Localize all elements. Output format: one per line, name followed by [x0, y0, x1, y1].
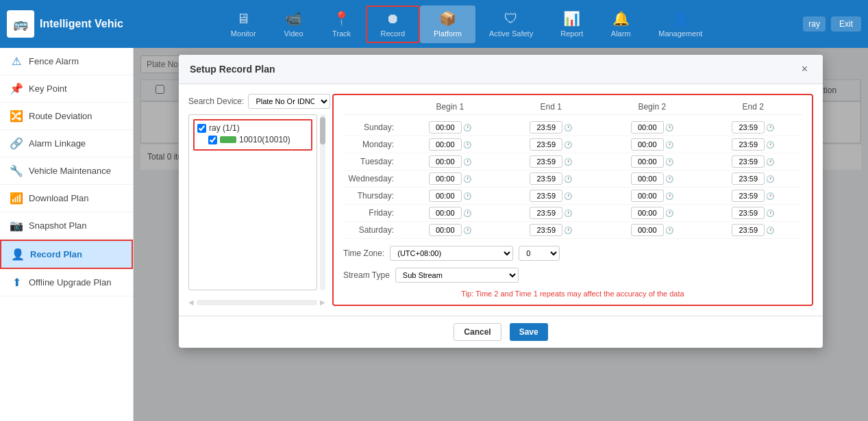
schedule-row-0: Sunday: 🕐 🕐 🕐 🕐 — [343, 119, 802, 136]
begin1-input-4[interactable] — [429, 190, 462, 202]
nav-management[interactable]: 👤 Management — [645, 5, 716, 43]
begin1-clock-icon-0[interactable]: 🕐 — [463, 124, 471, 131]
end2-clock-icon-5[interactable]: 🕐 — [766, 209, 774, 217]
nav-alarm[interactable]: 🔔 Alarm — [597, 5, 645, 43]
end2-clock-icon-6[interactable]: 🕐 — [766, 227, 774, 234]
begin1-clock-icon-6[interactable]: 🕐 — [463, 227, 471, 234]
sidebar-item-alarm-linkage[interactable]: 🔗 Alarm Linkage — [0, 130, 133, 157]
nav-record-label: Record — [381, 29, 405, 38]
begin2-group-1: 🕐 — [603, 138, 702, 151]
scroll-right-icon[interactable]: ▶ — [320, 298, 325, 306]
begin2-input-2[interactable] — [631, 155, 664, 168]
begin1-clock-icon-4[interactable]: 🕐 — [463, 192, 471, 200]
day-label-4: Thursday: — [343, 191, 398, 201]
begin2-clock-icon-4[interactable]: 🕐 — [665, 192, 673, 200]
begin2-input-1[interactable] — [631, 138, 664, 151]
tree-item-checkbox[interactable] — [208, 136, 217, 144]
end1-input-5[interactable] — [530, 207, 562, 219]
stream-type-select[interactable]: Sub Stream — [395, 268, 519, 283]
sidebar-item-offline-upgrade-label: Offline Upgrade Plan — [29, 277, 111, 288]
begin1-input-6[interactable] — [429, 224, 462, 236]
device-search-select[interactable]: Plate No Or IDNO ▼ — [248, 94, 330, 109]
end2-clock-icon-0[interactable]: 🕐 — [766, 124, 774, 131]
begin2-clock-icon-1[interactable]: 🕐 — [665, 141, 673, 149]
vehicle-maintenance-icon: 🔧 — [10, 164, 23, 177]
begin2-clock-icon-6[interactable]: 🕐 — [665, 227, 673, 234]
begin2-input-3[interactable] — [631, 173, 664, 185]
end1-input-2[interactable] — [530, 155, 562, 168]
sidebar-item-vehicle-maintenance[interactable]: 🔧 Vehicle Maintenance — [0, 157, 133, 185]
end1-clock-icon-0[interactable]: 🕐 — [564, 124, 572, 131]
tree-group-checkbox[interactable] — [197, 124, 206, 133]
end2-input-5[interactable] — [732, 207, 765, 219]
end1-input-6[interactable] — [530, 224, 562, 236]
modal-save-button[interactable]: Save — [510, 323, 548, 341]
sidebar-item-record-plan[interactable]: 👤 Record Plan — [0, 240, 133, 269]
nav-track[interactable]: 📍 Track — [318, 5, 366, 43]
end1-clock-icon-2[interactable]: 🕐 — [564, 158, 572, 166]
begin1-clock-icon-2[interactable]: 🕐 — [463, 158, 471, 166]
begin1-input-5[interactable] — [429, 207, 462, 219]
offline-upgrade-icon: ⬆ — [10, 276, 23, 289]
scroll-left-icon[interactable]: ◀ — [188, 298, 194, 306]
modal-cancel-button[interactable]: Cancel — [454, 323, 501, 341]
begin2-input-5[interactable] — [631, 207, 664, 219]
end2-clock-icon-1[interactable]: 🕐 — [766, 141, 774, 149]
begin2-clock-icon-5[interactable]: 🕐 — [665, 209, 673, 217]
sidebar-item-route-deviation[interactable]: 🔀 Route Deviation — [0, 103, 133, 130]
sidebar-item-offline-upgrade[interactable]: ⬆ Offline Upgrade Plan — [0, 269, 133, 296]
begin2-input-6[interactable] — [631, 224, 664, 236]
end1-input-4[interactable] — [530, 190, 562, 202]
nav-report[interactable]: 📊 Report — [547, 5, 597, 43]
end2-input-4[interactable] — [732, 190, 765, 202]
nav-active-safety[interactable]: 🛡 Active Safety — [475, 5, 547, 43]
end1-clock-icon-6[interactable]: 🕐 — [564, 227, 572, 234]
begin2-input-4[interactable] — [631, 190, 664, 202]
begin1-input-3[interactable] — [429, 173, 462, 185]
nav-video[interactable]: 📹 Video — [270, 5, 318, 43]
logo-area: 🚌 Intelligent Vehic — [7, 10, 130, 38]
end1-input-3[interactable] — [530, 173, 562, 185]
sidebar-item-download-plan[interactable]: 📶 Download Plan — [0, 185, 133, 212]
tree-scrollbar[interactable] — [320, 114, 325, 290]
tree-group-label[interactable]: ray (1/1) — [197, 123, 308, 133]
nav-platform[interactable]: 📦 Platform — [420, 5, 475, 43]
end2-clock-icon-3[interactable]: 🕐 — [766, 175, 774, 183]
end1-clock-icon-5[interactable]: 🕐 — [564, 209, 572, 217]
end1-clock-icon-3[interactable]: 🕐 — [564, 175, 572, 183]
sidebar-item-fence-alarm[interactable]: ⚠ Fence Alarm — [0, 48, 133, 75]
end2-input-6[interactable] — [732, 224, 765, 236]
end2-input-1[interactable] — [732, 138, 765, 151]
tree-group-name: ray (1/1) — [209, 123, 240, 133]
device-status-dot — [220, 136, 236, 143]
end1-input-0[interactable] — [530, 121, 562, 133]
end2-input-0[interactable] — [732, 121, 765, 133]
end1-clock-icon-4[interactable]: 🕐 — [564, 192, 572, 200]
begin2-clock-icon-3[interactable]: 🕐 — [665, 175, 673, 183]
timezone-offset-select[interactable]: 0 — [519, 246, 560, 261]
begin2-input-0[interactable] — [631, 121, 664, 133]
begin1-clock-icon-1[interactable]: 🕐 — [463, 141, 471, 149]
exit-button[interactable]: Exit — [831, 16, 861, 31]
nav-record[interactable]: ⏺ Record — [366, 5, 420, 43]
nav-monitor[interactable]: 🖥 Monitor — [217, 5, 270, 43]
sidebar-item-snapshot-plan[interactable]: 📷 Snapshot Plan — [0, 212, 133, 240]
begin1-input-0[interactable] — [429, 121, 462, 133]
begin1-input-2[interactable] — [429, 155, 462, 168]
end2-input-3[interactable] — [732, 173, 765, 185]
modal-close-button[interactable]: × — [797, 62, 812, 77]
schedule-row-4: Thursday: 🕐 🕐 🕐 🕐 — [343, 188, 802, 205]
end2-clock-icon-2[interactable]: 🕐 — [766, 158, 774, 166]
begin1-clock-icon-5[interactable]: 🕐 — [463, 209, 471, 217]
end1-clock-icon-1[interactable]: 🕐 — [564, 141, 572, 149]
begin2-clock-icon-2[interactable]: 🕐 — [665, 158, 673, 166]
end2-input-2[interactable] — [732, 155, 765, 168]
begin1-clock-icon-3[interactable]: 🕐 — [463, 175, 471, 183]
begin1-input-1[interactable] — [429, 138, 462, 151]
begin2-clock-icon-0[interactable]: 🕐 — [665, 124, 673, 131]
sidebar-item-key-point[interactable]: 📌 Key Point — [0, 75, 133, 103]
timezone-select[interactable]: (UTC+08:00) — [390, 246, 513, 261]
tree-item[interactable]: 10010(10010) — [197, 133, 308, 146]
end2-clock-icon-4[interactable]: 🕐 — [766, 192, 774, 200]
end1-input-1[interactable] — [530, 138, 562, 151]
